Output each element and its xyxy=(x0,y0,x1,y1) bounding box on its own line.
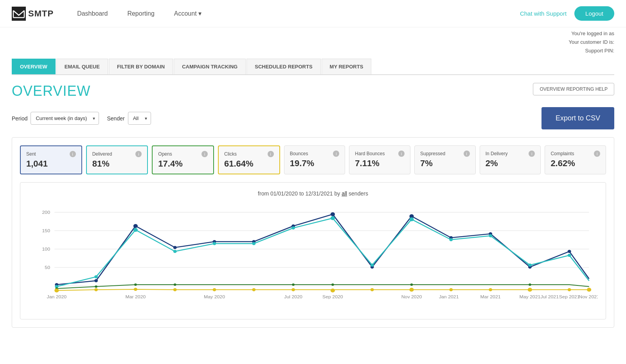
svg-point-53 xyxy=(213,288,216,291)
tab-campaign-tracking[interactable]: CAMPAIGN TRACKING xyxy=(174,59,246,74)
svg-point-31 xyxy=(213,242,216,245)
svg-point-62 xyxy=(568,288,571,291)
tab-scheduled-reports[interactable]: SCHEDULED REPORTS xyxy=(246,59,320,74)
stat-value: 7.11% xyxy=(355,158,405,169)
stat-info-icon[interactable]: i xyxy=(398,151,405,157)
nav-account[interactable]: Account ▾ xyxy=(174,10,201,17)
svg-point-29 xyxy=(133,228,138,232)
svg-point-35 xyxy=(371,264,374,267)
page-title: OVERVIEW xyxy=(12,83,90,99)
overview-chart: 200 150 100 50 xyxy=(28,204,598,314)
svg-point-28 xyxy=(94,275,98,278)
svg-point-20 xyxy=(331,212,335,216)
user-customer-id: Your customer ID is: xyxy=(568,38,614,47)
nav-dashboard[interactable]: Dashboard xyxy=(77,10,108,17)
svg-point-52 xyxy=(173,288,177,291)
svg-text:Jan 2021: Jan 2021 xyxy=(439,294,459,299)
svg-point-36 xyxy=(409,217,414,221)
logout-button[interactable]: Logout xyxy=(574,6,614,21)
stat-label: Sent xyxy=(26,151,36,157)
stat-label: Suppressed xyxy=(420,151,445,156)
tab-filter-domain[interactable]: FILTER BY DOMAIN xyxy=(109,59,173,74)
main-nav: Dashboard Reporting Account ▾ xyxy=(77,10,520,17)
stat-label: Bounces xyxy=(290,151,308,156)
user-info: You're logged in as Your customer ID is:… xyxy=(568,29,614,55)
period-select[interactable]: Current week (in days) xyxy=(31,112,99,125)
period-select-wrapper: Current week (in days) ▾ xyxy=(31,112,99,125)
user-support-pin: Support PIN: xyxy=(568,47,614,55)
stat-value: 17.4% xyxy=(158,159,208,169)
svg-point-42 xyxy=(95,285,97,288)
stat-value: 81% xyxy=(92,159,142,169)
svg-point-26 xyxy=(568,250,571,253)
stat-info-icon[interactable]: i xyxy=(464,151,470,157)
main-content: OVERVIEW OVERVIEW REPORTING HELP Period … xyxy=(0,75,626,335)
logo: SMTP xyxy=(12,7,54,21)
nav-reporting[interactable]: Reporting xyxy=(127,10,154,17)
stat-label: Clicks xyxy=(224,151,237,157)
tab-my-reports[interactable]: MY REPORTS xyxy=(322,59,372,74)
svg-point-45 xyxy=(292,283,295,286)
svg-point-39 xyxy=(528,264,532,267)
stat-label: In Delivery xyxy=(486,151,508,156)
logo-text: SMTP xyxy=(28,9,54,19)
smtp-logo-icon xyxy=(12,7,26,21)
svg-point-34 xyxy=(331,216,335,220)
tab-overview[interactable]: OVERVIEW xyxy=(12,59,56,74)
stat-info-icon[interactable]: i xyxy=(594,151,600,157)
stat-info-icon[interactable]: i xyxy=(70,151,76,157)
tabs: OVERVIEWEMAIL QUEUEFILTER BY DOMAINCAMPA… xyxy=(12,59,614,75)
svg-text:Jan 2020: Jan 2020 xyxy=(47,294,67,299)
period-control: Period Current week (in days) ▾ xyxy=(12,112,99,125)
stat-value: 2% xyxy=(486,158,535,169)
svg-text:Jul 2020: Jul 2020 xyxy=(284,294,302,299)
header-right: Chat with Support Logout xyxy=(520,6,614,21)
chat-support-link[interactable]: Chat with Support xyxy=(520,10,567,17)
svg-point-50 xyxy=(94,288,98,291)
svg-text:May 2021: May 2021 xyxy=(519,294,540,299)
svg-point-43 xyxy=(134,283,137,286)
page-header: OVERVIEW OVERVIEW REPORTING HELP xyxy=(12,83,614,99)
svg-point-59 xyxy=(449,288,453,291)
svg-point-15 xyxy=(133,224,138,228)
svg-point-49 xyxy=(54,289,59,292)
stat-value: 2.62% xyxy=(550,158,600,169)
svg-point-58 xyxy=(409,288,414,292)
svg-point-54 xyxy=(252,288,255,291)
svg-point-51 xyxy=(134,288,137,291)
stat-info-icon[interactable]: i xyxy=(268,151,274,157)
svg-text:50: 50 xyxy=(45,265,50,270)
svg-rect-0 xyxy=(12,7,26,21)
sender-select-wrapper: All ▾ xyxy=(128,112,151,125)
svg-point-44 xyxy=(174,283,176,286)
svg-point-63 xyxy=(587,288,591,292)
stat-label: Opens xyxy=(158,151,172,157)
help-button[interactable]: OVERVIEW REPORTING HELP xyxy=(533,83,614,95)
chevron-down-icon: ▾ xyxy=(198,10,201,17)
tab-email-queue[interactable]: EMAIL QUEUE xyxy=(56,59,108,74)
stat-info-icon[interactable]: i xyxy=(529,151,535,157)
stat-info-icon[interactable]: i xyxy=(201,151,208,157)
svg-point-16 xyxy=(173,246,177,249)
stats-row: Sent i 1,041 Delivered i 81% Opens i 17.… xyxy=(20,145,606,174)
header: SMTP Dashboard Reporting Account ▾ Chat … xyxy=(0,0,626,27)
svg-point-38 xyxy=(489,234,492,237)
sender-select[interactable]: All xyxy=(128,112,151,125)
chart-container: from 01/01/2020 to 12/31/2021 by all sen… xyxy=(20,182,606,319)
export-csv-button[interactable]: Export to CSV xyxy=(541,107,614,129)
stat-label: Delivered xyxy=(92,151,112,157)
chart-all-senders-link[interactable]: all xyxy=(342,190,347,197)
stat-card-opens: Opens i 17.4% xyxy=(152,145,214,174)
stats-container: Sent i 1,041 Delivered i 81% Opens i 17.… xyxy=(12,137,614,328)
svg-point-61 xyxy=(528,288,532,292)
chart-title: from 01/01/2020 to 12/31/2021 by all sen… xyxy=(28,190,598,197)
stat-card-delivered: Delivered i 81% xyxy=(86,145,148,174)
stat-info-icon[interactable]: i xyxy=(333,151,339,157)
svg-point-30 xyxy=(173,250,177,253)
svg-text:100: 100 xyxy=(42,247,50,251)
stat-value: 7% xyxy=(420,158,470,169)
stat-info-icon[interactable]: i xyxy=(135,151,142,157)
svg-point-33 xyxy=(291,226,295,230)
stat-card-suppressed: Suppressed i 7% xyxy=(414,145,476,174)
controls-row: Period Current week (in days) ▾ Sender A… xyxy=(12,107,614,129)
